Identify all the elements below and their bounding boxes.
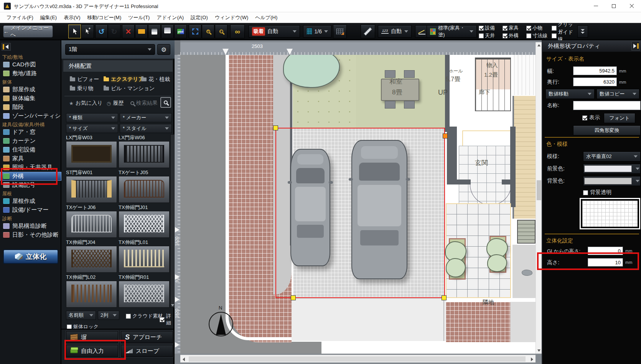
- detail-checkbox[interactable]: 詳細: [160, 313, 173, 326]
- menu-view[interactable]: 表示(V): [60, 13, 84, 23]
- close-button[interactable]: [623, 0, 641, 12]
- rect-convert-button[interactable]: 四角形変換: [573, 125, 641, 135]
- measure-tool-button[interactable]: [361, 25, 375, 38]
- show-checkbox[interactable]: 表示: [582, 114, 600, 121]
- horizontal-scrollbar[interactable]: [180, 355, 536, 362]
- filter-style[interactable]: * スタイル: [120, 124, 172, 133]
- make-3d-button[interactable]: 立体化: [3, 249, 58, 264]
- selection-handle[interactable]: [443, 133, 448, 138]
- menu-edit[interactable]: 編集(E): [37, 13, 60, 23]
- numeric-copy-dropdown[interactable]: 数値コピー: [597, 89, 639, 99]
- zoom-out-button[interactable]: -: [215, 25, 227, 38]
- chair[interactable]: [404, 101, 415, 109]
- sidebar-item-site-road[interactable]: 敷地/道路: [0, 69, 61, 78]
- sidebar-collapse-button[interactable]: [2, 43, 11, 51]
- sidebar-item-structure-diagnosis[interactable]: 簡易構造診断: [0, 222, 61, 231]
- dropdown-arrow-button[interactable]: [632, 177, 639, 185]
- approach-tool-button[interactable]: Sアプローチ: [121, 331, 173, 343]
- toggle-furniture[interactable]: 家具: [503, 25, 526, 31]
- product-item[interactable]: TXゲートJ06: [66, 204, 117, 239]
- foreground-color-picker[interactable]: [583, 164, 641, 174]
- category-flowers[interactable]: 花・植栽: [141, 76, 170, 83]
- category-vehicles[interactable]: 乗り物: [70, 85, 93, 92]
- numeric-move-dropdown[interactable]: 数値移動: [545, 89, 595, 99]
- filter-maker[interactable]: * メーカー: [120, 113, 172, 122]
- dimension-mode-dropdown[interactable]: 123 自動: [378, 25, 412, 38]
- toggle-exterior[interactable]: 外構: [503, 32, 526, 39]
- sidebar-item-equipment-symbol[interactable]: 設備記号: [0, 181, 61, 189]
- sidebar-item-door-window[interactable]: ドア・窓: [0, 128, 61, 137]
- save-button[interactable]: [148, 25, 161, 38]
- sidebar-item-curtain[interactable]: カーテン: [0, 137, 61, 145]
- gl-height-field[interactable]: 0: [588, 247, 623, 255]
- font-button[interactable]: フォント: [604, 113, 635, 123]
- menu-move-copy[interactable]: 移動/コピー(M): [84, 13, 125, 23]
- sort-select[interactable]: 名前順: [66, 311, 96, 320]
- sidebar-item-housing-equipment[interactable]: 住宅設備: [0, 145, 61, 154]
- chair[interactable]: [385, 101, 395, 109]
- select-tool-button[interactable]: [68, 25, 81, 38]
- sidebar-item-stairs[interactable]: 階段: [0, 103, 61, 112]
- product-item[interactable]: LX門扉W03: [66, 134, 117, 169]
- free-input-tool-button[interactable]: 自由入力: [66, 345, 118, 357]
- sidebar-item-roof-create[interactable]: 屋根作成: [0, 197, 61, 206]
- width-field[interactable]: 5942.5: [573, 66, 617, 75]
- filter-size[interactable]: * サイズ: [66, 124, 118, 133]
- continuous-input-button[interactable]: ∞: [230, 25, 245, 38]
- transparent-bg-checkbox[interactable]: 背景透明: [583, 189, 611, 196]
- sidebar-item-zone-partition[interactable]: ゾーン/パーティション: [0, 112, 61, 120]
- grid-division-dropdown[interactable]: 1/6: [303, 25, 331, 38]
- columns-select[interactable]: 2列: [98, 311, 119, 320]
- menu-settings[interactable]: 設定(O): [187, 13, 211, 23]
- sidebar-item-dormer[interactable]: 設備/ドーマー: [0, 206, 61, 214]
- grid-settings-button[interactable]: [333, 25, 347, 38]
- category-before[interactable]: ビフォー: [70, 76, 99, 83]
- menu-window[interactable]: ウィンドウ(W): [211, 13, 252, 23]
- product-item[interactable]: ST門扉W01: [66, 169, 117, 204]
- scrollbar-thumb[interactable]: [537, 180, 541, 200]
- print-button[interactable]: [161, 25, 174, 38]
- product-item[interactable]: TX伸縮門L02: [66, 274, 117, 309]
- pbd-export-button[interactable]: pbd: [174, 25, 187, 38]
- undo-button[interactable]: ↺: [95, 25, 108, 38]
- product-item[interactable]: TX伸縮門J04: [66, 239, 117, 274]
- display-style-dropdown[interactable]: 標準(家具・塗): [427, 25, 477, 38]
- delete-button[interactable]: ✕: [122, 25, 135, 38]
- category-building[interactable]: ビル・マンション: [104, 85, 155, 92]
- fit-view-button[interactable]: [189, 25, 201, 38]
- depth-field[interactable]: 6320: [573, 77, 617, 86]
- product-item[interactable]: TX伸縮門R01: [119, 274, 170, 309]
- redo-button[interactable]: ↻: [108, 25, 120, 38]
- toggle-ceiling[interactable]: 天井: [479, 32, 503, 39]
- panel-collapse-button[interactable]: [631, 41, 640, 51]
- menu-addin[interactable]: アドイン(A): [153, 13, 187, 23]
- sidebar-item-lighting[interactable]: 照明・天井器具: [0, 163, 61, 172]
- tab-search-results[interactable]: 検索結果: [130, 100, 158, 107]
- multi-select-tool-button[interactable]: [81, 25, 94, 38]
- main-menu-back-button[interactable]: ← メインメニューへ: [3, 25, 53, 38]
- sidebar-item-shadow-diagnosis[interactable]: 日影・その他診断: [0, 231, 61, 239]
- selection-handle[interactable]: [442, 295, 447, 300]
- sidebar-item-exterior[interactable]: 外構: [0, 172, 61, 181]
- menu-file[interactable]: ファイル(F): [3, 13, 37, 23]
- maximize-button[interactable]: [605, 0, 623, 12]
- sidebar-item-cad-draw[interactable]: CAD作図: [0, 60, 61, 69]
- toolbar-expand-button[interactable]: [577, 25, 588, 38]
- open-file-button[interactable]: [135, 25, 148, 38]
- search-button[interactable]: [160, 97, 171, 108]
- slope-tool-button[interactable]: スロープ: [121, 345, 173, 357]
- toggle-dimension-lines[interactable]: 寸法線: [526, 32, 552, 39]
- background-color-picker[interactable]: [583, 176, 641, 186]
- sidebar-item-furniture[interactable]: 家具: [0, 154, 61, 163]
- tab-favorites[interactable]: ★お気に入り: [69, 100, 103, 107]
- toggle-equipment[interactable]: 設備: [479, 25, 503, 31]
- sidebar-item-body-edit[interactable]: 躯体編集: [0, 94, 61, 103]
- height-field[interactable]: 10: [588, 258, 623, 267]
- menu-tools[interactable]: ツール(T): [125, 13, 153, 23]
- toggle-small-items[interactable]: 小物: [526, 25, 552, 31]
- floor-select[interactable]: 1階: [65, 44, 155, 55]
- scrollbar-thumb[interactable]: [189, 356, 526, 362]
- floor-plan-workspace[interactable]: 隣地 和室 8畳 ホール 5.7畳 物入 1.2畳 UP 廊下: [180, 55, 536, 354]
- chair[interactable]: [385, 70, 395, 78]
- cloud-material-checkbox[interactable]: クラウド素材: [126, 313, 163, 320]
